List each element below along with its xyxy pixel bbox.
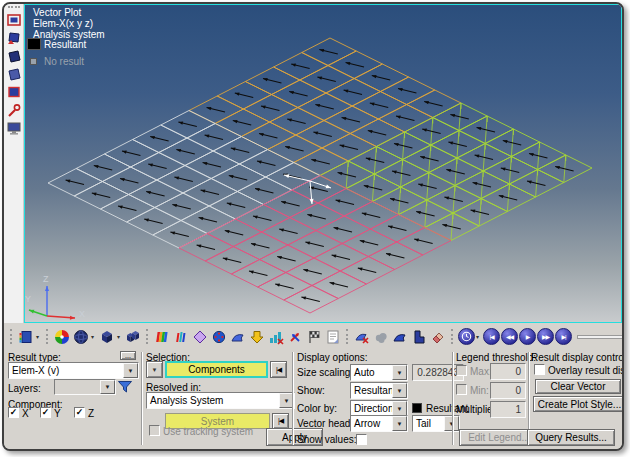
color-wheel-icon[interactable] — [53, 328, 71, 346]
use-tracking-label: Use tracking system — [163, 426, 253, 437]
components-switch-button[interactable]: |◀ — [270, 361, 287, 378]
component-z-checkbox[interactable]: ✓ — [74, 407, 85, 418]
assembly-icon[interactable] — [124, 328, 142, 346]
size-scaling-select[interactable]: Auto ▼ — [350, 364, 408, 381]
slider-track — [577, 335, 624, 339]
component-x-label: X — [22, 408, 29, 419]
chevron-down-icon[interactable]: ▼ — [100, 380, 115, 394]
page-set-dropdown-icon[interactable]: ▾ — [36, 333, 42, 340]
display-options-label: Display options: — [297, 352, 368, 363]
toolbar-grip[interactable] — [46, 329, 49, 344]
application-window: ZXY Vector Plot Elem-X(x y z) Analysis s… — [2, 2, 624, 451]
vector-heads-label: Vector heads: — [297, 418, 358, 429]
shaded-cube-icon[interactable] — [98, 328, 116, 346]
toolbar-grip[interactable] — [451, 329, 454, 344]
result-legend: Vector Plot Elem-X(x y z) Analysis syste… — [25, 5, 185, 75]
build-plots-icon[interactable] — [267, 328, 285, 346]
query-results-button[interactable]: Query Results... — [527, 429, 615, 446]
chevron-down-icon[interactable]: ▼ — [392, 383, 407, 398]
animation-clock-button[interactable] — [458, 328, 475, 345]
cube-dropdown-icon[interactable]: ▾ — [117, 333, 123, 340]
create-plot-style-button[interactable]: Create Plot Style... — [533, 396, 624, 412]
svg-text:Z: Z — [43, 274, 49, 284]
page-light-icon[interactable] — [5, 67, 22, 82]
entity-type-dropdown-button[interactable]: ▼ — [146, 361, 163, 378]
animation-mode-dropdown-icon[interactable]: ▾ — [476, 333, 482, 340]
layer-filter-icon[interactable] — [116, 378, 134, 396]
clear-plot-icon[interactable] — [353, 328, 371, 346]
sphere-dropdown-icon[interactable]: ▾ — [91, 333, 97, 340]
layers-select[interactable]: ▼ — [54, 379, 116, 395]
group-separator — [292, 352, 294, 445]
multiplier-field[interactable]: 1 — [490, 401, 526, 418]
graphics-viewport[interactable]: ZXY Vector Plot Elem-X(x y z) Analysis s… — [24, 4, 622, 323]
window-frame-icon[interactable] — [5, 13, 22, 28]
system-switch-button[interactable]: |◀ — [272, 413, 289, 429]
apply-style-icon[interactable] — [248, 328, 266, 346]
chevron-down-icon[interactable]: ▼ — [392, 365, 407, 380]
vector-heads-select[interactable]: Arrow ▼ — [350, 415, 408, 432]
explode-icon[interactable] — [286, 328, 304, 346]
chevron-down-icon[interactable]: ▼ — [392, 401, 407, 416]
toolbar-grip[interactable] — [346, 329, 349, 344]
vector-panel: Result type: ... Elem-X (v) ▼ Layers: ▼ … — [4, 350, 622, 449]
panel-more-button[interactable]: ... — [120, 351, 136, 360]
section-cut-icon[interactable] — [410, 328, 428, 346]
legend-threshold-label: Legend threshold: — [456, 352, 536, 363]
resultant-color-swatch[interactable] — [412, 403, 422, 413]
page-dark-icon[interactable] — [5, 49, 22, 64]
use-tracking-checkbox[interactable] — [149, 425, 160, 436]
legend-result: Elem-X(x y z) — [33, 18, 93, 29]
max-field[interactable]: 0 — [490, 363, 526, 380]
toolbar-grip[interactable] — [8, 6, 20, 10]
component-y-checkbox[interactable]: ✓ — [40, 407, 51, 418]
shaded-sphere-icon[interactable] — [72, 328, 90, 346]
components-collector-button[interactable]: Components — [165, 361, 268, 378]
vector-plot-icon[interactable] — [172, 328, 190, 346]
animation-speed-slider[interactable] — [577, 328, 624, 345]
result-display-control-label: Result display control: — [531, 352, 624, 363]
chevron-down-icon[interactable]: ▼ — [123, 363, 138, 378]
resolved-in-select[interactable]: Analysis System ▼ — [146, 392, 295, 409]
max-label: Max: — [470, 366, 492, 377]
deformed-overlay-icon[interactable] — [391, 328, 409, 346]
next-frame-button[interactable]: ▶▶ — [537, 328, 554, 345]
max-checkbox[interactable] — [456, 365, 467, 376]
monitor-icon[interactable] — [5, 121, 22, 136]
show-values-checkbox[interactable] — [356, 434, 367, 445]
show-values-label: Show values: — [297, 434, 356, 445]
tensor-icon[interactable] — [210, 328, 228, 346]
first-frame-button[interactable]: |◀ — [483, 328, 500, 345]
component-x-checkbox[interactable]: ✓ — [8, 407, 19, 418]
toolbar-grip[interactable] — [10, 329, 13, 344]
result-type-select[interactable]: Elem-X (v) ▼ — [8, 362, 139, 379]
clear-vector-button[interactable]: Clear Vector — [535, 379, 621, 394]
min-field[interactable]: 0 — [490, 382, 526, 399]
min-checkbox[interactable] — [456, 384, 467, 395]
page-red-frame-icon[interactable] — [5, 85, 22, 100]
page-sidebar-toolbar — [4, 4, 24, 323]
group-separator — [452, 352, 454, 445]
color-by-label: Color by: — [297, 403, 337, 414]
free-body-icon[interactable] — [372, 328, 390, 346]
show-select[interactable]: Resultant ▼ — [350, 382, 408, 399]
toolbar-grip[interactable] — [146, 329, 149, 344]
iso-value-icon[interactable] — [191, 328, 209, 346]
overlay-result-checkbox[interactable] — [534, 364, 545, 375]
eraser-icon[interactable] — [429, 328, 447, 346]
size-scaling-label: Size scaling: — [297, 367, 353, 378]
tools-wrench-icon[interactable] — [5, 103, 22, 118]
page-swap-icon[interactable] — [5, 31, 22, 46]
chevron-down-icon[interactable]: ▼ — [392, 416, 407, 431]
notes-icon[interactable] — [324, 328, 342, 346]
contour-icon[interactable] — [153, 328, 171, 346]
page-set-icon[interactable] — [17, 328, 35, 346]
legend-title: Vector Plot — [33, 7, 81, 18]
tracking-flag-icon[interactable] — [305, 328, 323, 346]
legend-entry-resultant: Resultant — [44, 39, 86, 50]
deformed-shape-icon[interactable] — [229, 328, 247, 346]
legend-entry-noresult: No result — [44, 56, 84, 67]
previous-frame-button[interactable]: ◀◀ — [501, 328, 518, 345]
play-button[interactable]: ▶ — [519, 328, 536, 345]
last-frame-button[interactable]: ▶| — [555, 328, 572, 345]
